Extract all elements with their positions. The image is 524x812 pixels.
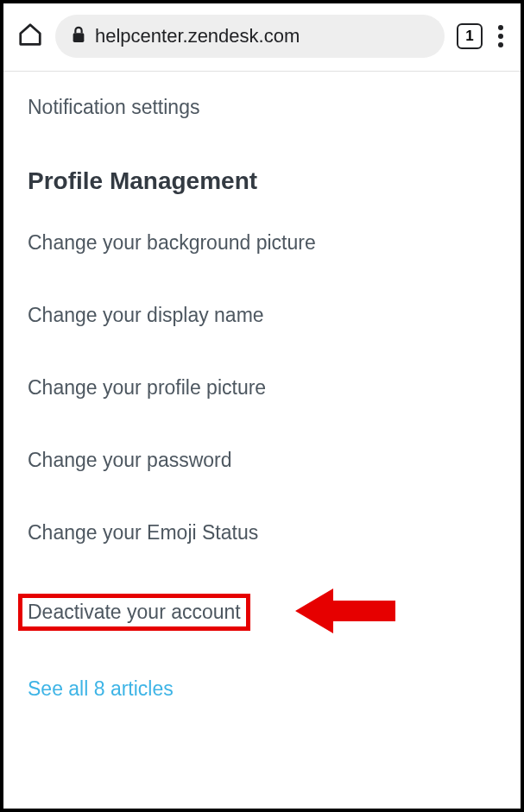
url-text: helpcenter.zendesk.com [95, 25, 300, 47]
tab-count-number: 1 [465, 28, 473, 45]
callout-arrow-icon [295, 585, 399, 640]
highlight-box: Deactivate your account [18, 594, 250, 631]
article-list: Change your background picture Change yo… [28, 231, 496, 631]
see-all-articles-link[interactable]: See all 8 articles [28, 677, 496, 701]
article-link-notification-settings[interactable]: Notification settings [28, 96, 496, 119]
home-icon[interactable] [17, 22, 43, 51]
article-link-deactivate-account[interactable]: Deactivate your account [28, 601, 241, 623]
article-link-background-picture[interactable]: Change your background picture [28, 231, 496, 255]
article-link-profile-picture[interactable]: Change your profile picture [28, 376, 496, 400]
lock-icon [71, 26, 86, 47]
tab-switcher[interactable]: 1 [457, 23, 483, 49]
kebab-menu-icon[interactable] [495, 22, 507, 51]
article-link-display-name[interactable]: Change your display name [28, 304, 496, 327]
page-content: Notification settings Profile Management… [3, 72, 521, 701]
article-link-emoji-status[interactable]: Change your Emoji Status [28, 521, 496, 544]
browser-toolbar: helpcenter.zendesk.com 1 [3, 3, 521, 69]
svg-rect-0 [73, 33, 85, 42]
section-heading-profile-management: Profile Management [28, 167, 496, 195]
article-link-password[interactable]: Change your password [28, 449, 496, 472]
svg-marker-1 [295, 589, 395, 633]
address-bar[interactable]: helpcenter.zendesk.com [55, 15, 445, 58]
